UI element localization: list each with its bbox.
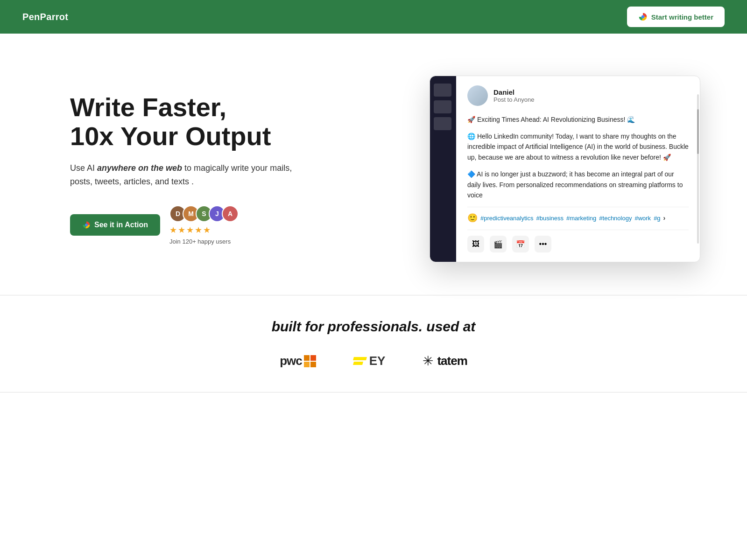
logo: PenParrot bbox=[22, 12, 68, 22]
calendar-icon[interactable]: 📅 bbox=[512, 236, 529, 252]
footer-space bbox=[0, 392, 747, 467]
tag-technology[interactable]: #technology bbox=[599, 215, 632, 222]
hero-actions: See it in Action D M S J A ★★★★★ Join 12… bbox=[70, 205, 294, 245]
see-action-button[interactable]: See it in Action bbox=[70, 214, 160, 236]
ey-logo: EY bbox=[353, 354, 386, 368]
post-header: Daniel Post to Anyone bbox=[467, 85, 689, 106]
nav-cta-button[interactable]: Start writing better bbox=[627, 7, 725, 27]
post-body: 🚀 Exciting Times Ahead: AI Revolutionizi… bbox=[467, 114, 689, 201]
ey-stripe bbox=[353, 357, 367, 360]
avatar: A bbox=[222, 205, 239, 222]
scrollbar-thumb[interactable] bbox=[697, 109, 699, 154]
pwc-block bbox=[304, 355, 310, 361]
hero-section: Write Faster, 10x Your Output Use AI any… bbox=[0, 34, 747, 295]
logos-row: pwc EY ✳ tatem bbox=[0, 353, 747, 369]
hero-title: Write Faster, 10x Your Output bbox=[70, 93, 294, 150]
pwc-logo: pwc bbox=[280, 354, 316, 368]
pwc-blocks bbox=[304, 355, 316, 367]
sidebar-item bbox=[434, 117, 451, 130]
tag-predictiveanalytics[interactable]: #predictiveanalytics bbox=[480, 215, 533, 222]
tatem-asterisk-icon: ✳ bbox=[423, 353, 433, 369]
tag-business[interactable]: #business bbox=[536, 215, 564, 222]
image-icon[interactable]: 🖼 bbox=[467, 236, 484, 252]
tatem-text: tatem bbox=[437, 354, 467, 368]
chrome-icon-btn bbox=[82, 221, 91, 229]
post-body-2: 🔷 AI is no longer just a buzzword; it ha… bbox=[467, 169, 689, 200]
post-actions: 🖼 🎬 📅 ••• bbox=[467, 230, 689, 252]
star-rating: ★★★★★ bbox=[169, 225, 239, 235]
cta-label: See it in Action bbox=[94, 221, 148, 229]
svg-point-1 bbox=[85, 224, 88, 226]
post-tags: 🙂 #predictiveanalytics #business #market… bbox=[467, 207, 689, 223]
pwc-block bbox=[310, 355, 316, 361]
post-title-text: 🚀 Exciting Times Ahead: AI Revolutionizi… bbox=[467, 114, 689, 125]
svg-point-0 bbox=[641, 15, 644, 19]
post-body-1: 🌐 Hello LinkedIn community! Today, I wan… bbox=[467, 131, 689, 162]
pwc-text: pwc bbox=[280, 354, 302, 368]
avatar-group: D M S J A bbox=[169, 205, 239, 222]
pwc-block bbox=[304, 362, 310, 367]
tag-g[interactable]: #g bbox=[654, 215, 660, 222]
more-icon[interactable]: ••• bbox=[535, 236, 551, 252]
linkedin-mock-window: Daniel Post to Anyone 🚀 Exciting Times A… bbox=[430, 76, 700, 263]
social-proof: D M S J A ★★★★★ Join 120+ happy users bbox=[169, 205, 239, 245]
professionals-title: built for professionals. used at bbox=[0, 319, 747, 335]
user-count-text: Join 120+ happy users bbox=[169, 238, 239, 245]
post-user-info: Daniel Post to Anyone bbox=[493, 88, 534, 103]
video-icon[interactable]: 🎬 bbox=[490, 236, 507, 252]
mock-post-content: Daniel Post to Anyone 🚀 Exciting Times A… bbox=[456, 76, 700, 262]
post-avatar bbox=[467, 85, 488, 106]
sidebar-item bbox=[434, 100, 451, 113]
mock-sidebar bbox=[430, 76, 456, 262]
ey-stripe bbox=[353, 362, 363, 365]
navbar: PenParrot Start writing better bbox=[0, 0, 747, 34]
hero-subtitle: Use AI anywhere on the web to magically … bbox=[70, 161, 294, 189]
pwc-block bbox=[310, 362, 316, 367]
mock-screenshot: Daniel Post to Anyone 🚀 Exciting Times A… bbox=[430, 76, 700, 263]
tatem-logo: ✳ tatem bbox=[423, 353, 467, 369]
tag-marketing[interactable]: #marketing bbox=[566, 215, 596, 222]
ey-text: EY bbox=[369, 354, 386, 368]
tag-work[interactable]: #work bbox=[634, 215, 651, 222]
tag-more[interactable]: › bbox=[663, 214, 666, 222]
nav-cta-label: Start writing better bbox=[651, 13, 713, 21]
chrome-icon bbox=[638, 12, 648, 21]
hero-left: Write Faster, 10x Your Output Use AI any… bbox=[70, 93, 294, 245]
post-username: Daniel bbox=[493, 88, 534, 96]
emoji-button[interactable]: 🙂 bbox=[467, 213, 478, 223]
professionals-section: built for professionals. used at pwc bbox=[0, 295, 747, 392]
sidebar-item bbox=[434, 84, 451, 97]
post-to-text: Post to Anyone bbox=[493, 96, 534, 103]
scrollbar[interactable] bbox=[697, 94, 699, 243]
